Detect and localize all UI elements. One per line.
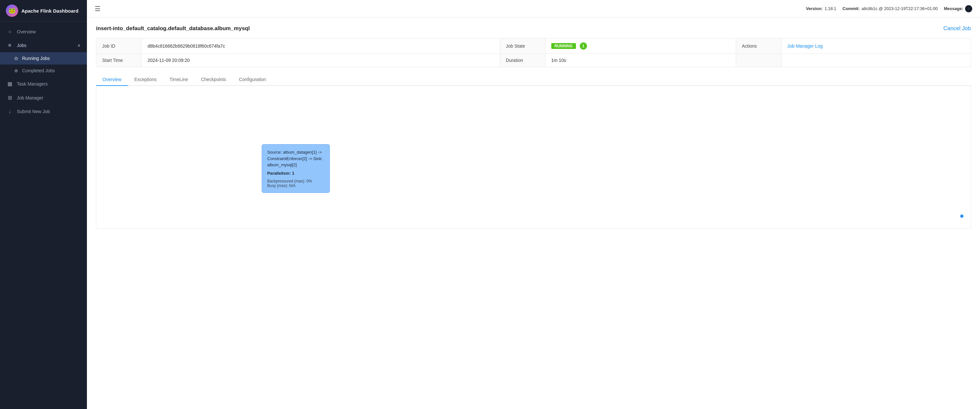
job-state-value: RUNNING 1 bbox=[545, 38, 736, 54]
page-header: insert-into_default_catalog.default_data… bbox=[96, 25, 971, 32]
app-logo: 🐸 bbox=[6, 5, 18, 17]
node-parallelism: Parallelism: 1 bbox=[267, 171, 324, 176]
job-state-label: Job State bbox=[500, 38, 545, 54]
sidebar-nav: ○ Overview ≡ Jobs ∧ ⊙ Running Jobs ⊗ Com… bbox=[0, 22, 87, 409]
tab-timeline[interactable]: TimeLine bbox=[163, 74, 194, 86]
job-node[interactable]: Source: album_datagen[1] -> ConstraintEn… bbox=[262, 144, 330, 193]
version-value: 1.18.1 bbox=[825, 6, 836, 11]
job-id-row: Job ID d8b4c816662b6629b0818f60c674fa7c … bbox=[96, 38, 971, 54]
sidebar-item-submit-new-job[interactable]: ↓ Submit New Job bbox=[0, 105, 87, 118]
sidebar-item-jobs-label: Jobs bbox=[17, 43, 27, 48]
sidebar-item-task-managers-label: Task Managers bbox=[17, 81, 48, 87]
tab-exceptions[interactable]: Exceptions bbox=[128, 74, 163, 86]
sidebar: 🐸 Apache Flink Dashboard ○ Overview ≡ Jo… bbox=[0, 0, 87, 409]
sidebar-item-jobs[interactable]: ≡ Jobs ∧ bbox=[0, 38, 87, 52]
node-busy: Busy (max): N/A bbox=[267, 184, 324, 188]
app-title: Apache Flink Dashboard bbox=[21, 8, 78, 14]
logo-emoji: 🐸 bbox=[8, 7, 16, 14]
job-info-table: Job ID d8b4c816662b6629b0818f60c674fa7c … bbox=[96, 38, 971, 67]
job-graph-area: Source: album_datagen[1] -> ConstraintEn… bbox=[96, 86, 971, 228]
sidebar-item-running-jobs[interactable]: ⊙ Running Jobs bbox=[0, 52, 87, 65]
tab-configuration[interactable]: Configuration bbox=[232, 74, 272, 86]
duration-value: 1m 10s bbox=[545, 54, 736, 67]
job-id-label: Job ID bbox=[96, 38, 142, 54]
page-title: insert-into_default_catalog.default_data… bbox=[96, 25, 250, 32]
sidebar-item-running-jobs-label: Running Jobs bbox=[22, 56, 50, 61]
sidebar-item-overview[interactable]: ○ Overview bbox=[0, 25, 87, 38]
message-label: Message: bbox=[944, 6, 963, 11]
running-badge: RUNNING bbox=[551, 43, 576, 49]
jobs-chevron-icon: ∧ bbox=[78, 43, 80, 48]
job-state-count: 1 bbox=[580, 43, 587, 49]
message-count-badge[interactable]: 0 bbox=[965, 5, 972, 12]
node-backpressured: Backpressured (max): 0% bbox=[267, 179, 324, 184]
version-label: Version: bbox=[806, 6, 822, 11]
completed-jobs-icon: ⊗ bbox=[14, 68, 18, 73]
job-manager-icon: ⊞ bbox=[6, 95, 13, 101]
overview-icon: ○ bbox=[6, 29, 13, 35]
task-managers-icon: ▦ bbox=[6, 81, 13, 87]
start-time-value: 2024-11-09 20:09:20 bbox=[142, 54, 500, 67]
start-time-row: Start Time 2024-11-09 20:09:20 Duration … bbox=[96, 54, 971, 67]
menu-icon[interactable]: ☰ bbox=[95, 5, 100, 13]
tab-overview[interactable]: Overview bbox=[96, 74, 128, 86]
topbar-left: ☰ bbox=[95, 5, 100, 13]
node-title: Source: album_datagen[1] -> ConstraintEn… bbox=[267, 149, 324, 168]
tabs-bar: Overview Exceptions TimeLine Checkpoints… bbox=[96, 74, 971, 86]
jobs-icon: ≡ bbox=[6, 43, 13, 48]
commit-label: Commit: bbox=[843, 6, 860, 11]
commit-value: a8c8b1c @ 2023-12-19T22:17:36+01:00 bbox=[862, 6, 938, 11]
tab-checkpoints[interactable]: Checkpoints bbox=[194, 74, 232, 86]
connector-dot bbox=[960, 214, 964, 218]
main-content: ☰ Version: 1.18.1 Commit: a8c8b1c @ 2023… bbox=[87, 0, 980, 409]
job-manager-log-link[interactable]: Job Manager Log bbox=[781, 38, 970, 54]
running-jobs-icon: ⊙ bbox=[14, 56, 18, 61]
job-manager-log-text[interactable]: Job Manager Log bbox=[788, 43, 823, 49]
submit-new-job-icon: ↓ bbox=[6, 109, 13, 114]
cancel-job-button[interactable]: Cancel Job bbox=[943, 25, 971, 32]
topbar-right: Version: 1.18.1 Commit: a8c8b1c @ 2023-1… bbox=[806, 5, 972, 12]
sidebar-item-task-managers[interactable]: ▦ Task Managers bbox=[0, 77, 87, 91]
sidebar-item-completed-jobs-label: Completed Jobs bbox=[22, 68, 55, 73]
sidebar-item-submit-new-job-label: Submit New Job bbox=[17, 109, 50, 114]
sidebar-item-completed-jobs[interactable]: ⊗ Completed Jobs bbox=[0, 65, 87, 77]
sidebar-item-job-manager[interactable]: ⊞ Job Manager bbox=[0, 91, 87, 105]
topbar: ☰ Version: 1.18.1 Commit: a8c8b1c @ 2023… bbox=[87, 0, 980, 17]
sidebar-header: 🐸 Apache Flink Dashboard bbox=[0, 0, 87, 22]
content-area: insert-into_default_catalog.default_data… bbox=[87, 17, 980, 409]
start-time-label: Start Time bbox=[96, 54, 142, 67]
job-id-value: d8b4c816662b6629b0818f60c674fa7c bbox=[142, 38, 500, 54]
sidebar-item-job-manager-label: Job Manager bbox=[17, 95, 43, 100]
sidebar-item-overview-label: Overview bbox=[17, 29, 36, 34]
duration-label: Duration bbox=[500, 54, 545, 67]
actions-label: Actions bbox=[736, 38, 781, 54]
empty-actions-value bbox=[781, 54, 970, 67]
empty-actions-label bbox=[736, 54, 781, 67]
